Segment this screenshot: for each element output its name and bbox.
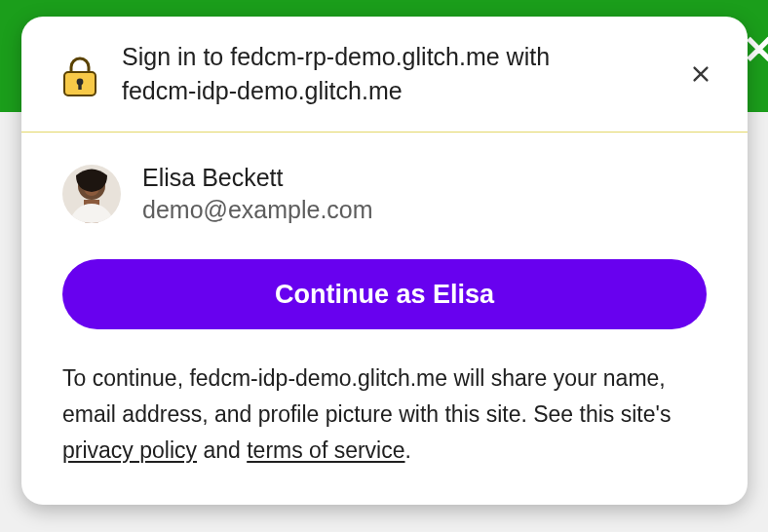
continue-button[interactable]: Continue as Elisa: [62, 259, 707, 329]
terms-of-service-link[interactable]: terms of service: [247, 437, 404, 463]
account-email: demo@example.com: [142, 196, 373, 224]
dialog-title: Sign in to fedcm-rp-demo.glitch.me with …: [122, 40, 659, 108]
fedcm-signin-dialog: Sign in to fedcm-rp-demo.glitch.me with …: [21, 17, 748, 505]
account-row: Elisa Beckett demo@example.com: [62, 164, 707, 224]
dialog-title-line1: Sign in to fedcm-rp-demo.glitch.me with: [122, 43, 550, 70]
close-icon: [690, 63, 711, 85]
close-button[interactable]: [683, 57, 718, 92]
dialog-title-line2: fedcm-idp-demo.glitch.me: [122, 77, 403, 104]
privacy-policy-link[interactable]: privacy policy: [62, 437, 197, 463]
dialog-body: Elisa Beckett demo@example.com Continue …: [21, 133, 748, 505]
dialog-header: Sign in to fedcm-rp-demo.glitch.me with …: [21, 17, 748, 133]
disclosure-mid: and: [197, 437, 247, 463]
lock-icon: [62, 57, 97, 92]
account-info: Elisa Beckett demo@example.com: [142, 164, 373, 224]
disclosure-pre: To continue, fedcm-idp-demo.glitch.me wi…: [62, 365, 671, 427]
svg-rect-2: [78, 83, 81, 90]
disclosure-text: To continue, fedcm-idp-demo.glitch.me wi…: [62, 361, 707, 468]
disclosure-post: .: [405, 437, 411, 463]
account-name: Elisa Beckett: [142, 164, 373, 192]
avatar: [62, 165, 121, 223]
